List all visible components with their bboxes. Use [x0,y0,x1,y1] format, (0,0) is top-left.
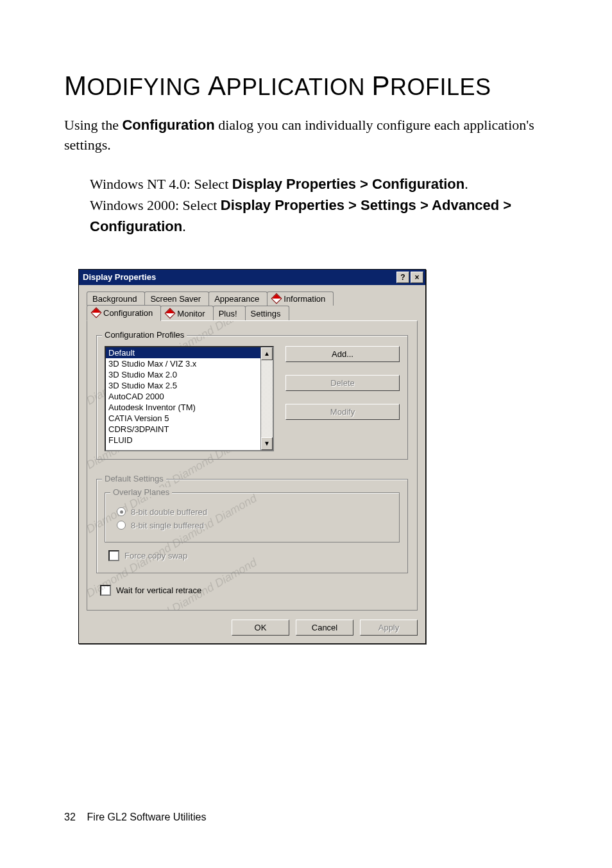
intro-paragraph: Using the Configuration dialog you can i… [64,116,548,155]
checkbox-icon [108,550,119,561]
close-button[interactable]: × [411,272,423,283]
list-item[interactable]: 3D Studio Max 2.5 [106,380,273,391]
group-overlay-planes: Overlay Planes 8-bit double buffered 8-b… [105,492,400,542]
radio-icon [117,507,126,516]
check-wait-vertical-retrace[interactable]: Wait for vertical retrace [100,585,408,596]
scroll-track[interactable] [261,360,273,437]
tab-configuration[interactable]: Configuration [87,305,161,321]
check-label: Force copy swap [124,551,187,560]
tab-settings[interactable]: Settings [245,306,289,321]
tab-information[interactable]: Information [267,291,334,306]
step-nt4: Windows NT 4.0: Select Display Propertie… [90,173,548,195]
intro-bold: Configuration [122,117,214,133]
list-item[interactable]: Autodesk Inventor (TM) [106,402,273,413]
diamond-icon [166,309,174,317]
step1-suffix: . [464,176,468,192]
radio-label: 8-bit single buffered [131,521,204,530]
step-win2000: Windows 2000: Select Display Properties … [90,195,548,237]
check-label: Wait for vertical retrace [116,586,201,595]
group-configuration-profiles: Configuration Profiles Default 3D Studio… [96,335,408,460]
step2-prefix: Windows 2000: Select [90,197,221,213]
list-item[interactable]: Default [106,347,273,358]
checkbox-icon [100,585,111,596]
group-legend-default: Default Settings [102,474,166,483]
list-item[interactable]: FLUID [106,435,273,446]
intro-prefix: Using the [64,117,122,133]
step1-prefix: Windows NT 4.0: Select [90,176,232,192]
list-item[interactable]: CDRS/3DPAINT [106,424,273,435]
tab-monitor[interactable]: Monitor [160,306,213,321]
list-item[interactable]: AutoCAD 2000 [106,391,273,402]
apply-button[interactable]: Apply [360,620,418,636]
radio-8bit-single[interactable]: 8-bit single buffered [117,521,391,530]
list-item[interactable]: 3D Studio Max 2.0 [106,369,273,380]
page-footer: 32 Fire GL2 Software Utilities [64,812,206,823]
radio-icon [117,521,126,530]
delete-button[interactable]: Delete [285,375,400,391]
footer-title: Fire GL2 Software Utilities [87,812,207,822]
page-heading: MODIFYING APPLICATION PROFILES [64,71,548,101]
titlebar[interactable]: Display Properties ? × [79,270,425,285]
help-button[interactable]: ? [396,272,409,283]
tab-appearance[interactable]: Appearance [208,291,268,306]
diamond-icon [92,309,100,317]
step1-bold: Display Properties > Configuration [232,176,464,192]
scroll-up-icon[interactable]: ▲ [261,347,273,360]
tab-row-2: Configuration Monitor Plus! Settings [87,306,418,321]
list-item[interactable]: CATIA Version 5 [106,413,273,424]
tab-panel: Diamond Diamond Diamond Diamond Diamond … [87,320,418,611]
modify-button[interactable]: Modify [285,404,400,420]
group-legend-profiles: Configuration Profiles [102,330,187,340]
scroll-down-icon[interactable]: ▼ [261,437,273,450]
ok-button[interactable]: OK [232,620,289,636]
scrollbar[interactable]: ▲ ▼ [260,347,273,450]
profiles-listbox[interactable]: Default 3D Studio Max / VIZ 3.x 3D Studi… [105,346,274,451]
display-properties-dialog: Display Properties ? × Background Screen… [78,269,426,644]
radio-8bit-double[interactable]: 8-bit double buffered [117,507,391,517]
list-item[interactable]: 3D Studio Max / VIZ 3.x [106,358,273,369]
dialog-button-row: OK Cancel Apply [87,620,418,636]
cancel-button[interactable]: Cancel [296,620,353,636]
group-default-settings: Default Settings Overlay Planes 8-bit do… [96,479,408,573]
tab-row-1: Background Screen Saver Appearance Infor… [87,291,418,306]
steps-block: Windows NT 4.0: Select Display Propertie… [90,173,548,237]
step2-suffix: . [182,218,186,234]
group-legend-overlay: Overlay Planes [110,487,172,497]
add-button[interactable]: Add... [285,346,400,362]
tab-screen-saver[interactable]: Screen Saver [144,291,209,306]
tab-background[interactable]: Background [87,291,145,306]
check-force-copy-swap[interactable]: Force copy swap [108,550,400,561]
page-number: 32 [64,812,76,822]
dialog-title: Display Properties [83,272,395,282]
radio-label: 8-bit double buffered [131,507,207,517]
tab-plus[interactable]: Plus! [213,306,246,321]
diamond-icon [273,295,280,302]
